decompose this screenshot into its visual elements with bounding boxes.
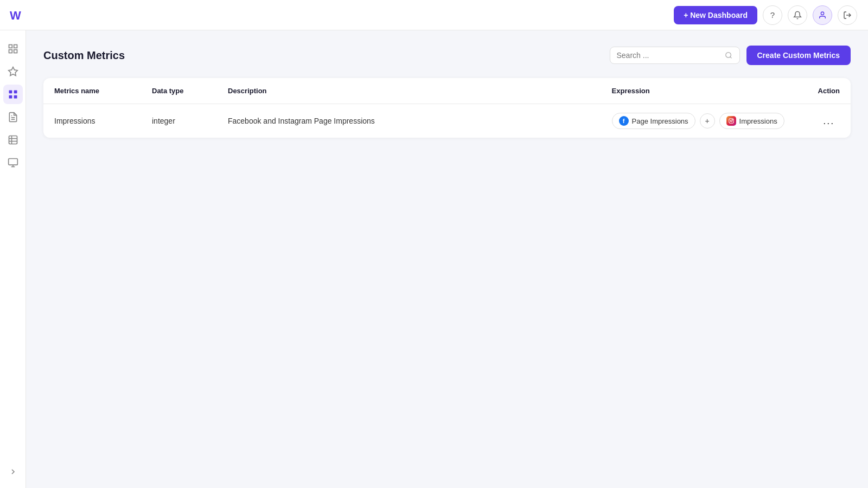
svg-rect-11 — [14, 95, 17, 99]
sidebar — [0, 30, 26, 488]
main-content: Custom Metrics Create Custom Metrics Met… — [26, 30, 868, 488]
expression-parts: f Page Impressions + — [612, 113, 796, 129]
cell-metrics-name: Impressions — [43, 104, 141, 138]
metrics-table: Metrics name Data type Description Expre… — [43, 78, 851, 138]
facebook-icon: f — [619, 116, 629, 126]
search-input[interactable] — [617, 51, 721, 60]
svg-rect-4 — [14, 45, 17, 48]
page-header: Custom Metrics Create Custom Metrics — [43, 46, 851, 65]
col-header-description: Description — [217, 78, 601, 104]
page-title: Custom Metrics — [43, 49, 125, 62]
operator-plus: + — [700, 113, 715, 129]
col-header-action: Action — [807, 78, 851, 104]
sidebar-item-tables[interactable] — [3, 130, 23, 150]
table-body: Impressions integer Facebook and Instagr… — [43, 104, 851, 138]
help-button[interactable]: ? — [763, 5, 782, 25]
logo[interactable]: W — [7, 5, 26, 25]
svg-rect-6 — [14, 50, 17, 53]
reports-icon — [8, 112, 18, 123]
sidebar-item-home[interactable] — [3, 39, 23, 59]
cell-expression: f Page Impressions + — [601, 104, 807, 138]
sidebar-item-reports[interactable] — [3, 107, 23, 127]
help-icon: ? — [770, 10, 775, 20]
facebook-label: Page Impressions — [632, 117, 688, 125]
table-row: Impressions integer Facebook and Instagr… — [43, 104, 851, 138]
tables-icon — [8, 134, 18, 145]
svg-rect-9 — [14, 91, 17, 94]
cell-action: ... — [807, 104, 851, 138]
sidebar-item-integrations[interactable] — [3, 62, 23, 81]
integrations-icon — [8, 66, 18, 77]
svg-rect-5 — [9, 50, 12, 53]
svg-rect-18 — [8, 159, 17, 165]
instagram-badge: Impressions — [719, 113, 784, 129]
search-box — [610, 47, 740, 64]
col-header-expression: Expression — [601, 78, 807, 104]
svg-rect-8 — [9, 91, 12, 94]
action-menu-button[interactable]: ... — [823, 115, 834, 126]
user-icon — [818, 11, 827, 20]
svg-text:W: W — [10, 9, 21, 22]
svg-point-25 — [732, 119, 732, 120]
sidebar-collapse-button[interactable] — [3, 462, 23, 481]
instagram-icon — [726, 116, 736, 126]
svg-point-24 — [730, 120, 732, 121]
cell-data-type: integer — [141, 104, 217, 138]
logout-icon — [843, 11, 852, 20]
col-header-data-type: Data type — [141, 78, 217, 104]
avatar-button[interactable] — [813, 5, 832, 25]
topnav-right: + New Dashboard ? — [674, 5, 857, 25]
logout-button[interactable] — [838, 5, 857, 25]
instagram-label: Impressions — [739, 117, 777, 125]
home-icon — [8, 43, 18, 54]
topnav: W + New Dashboard ? — [0, 0, 868, 30]
search-icon — [725, 51, 732, 60]
svg-rect-10 — [9, 95, 12, 99]
table-header: Metrics name Data type Description Expre… — [43, 78, 851, 104]
new-dashboard-button[interactable]: + New Dashboard — [674, 6, 757, 24]
create-custom-metrics-button[interactable]: Create Custom Metrics — [746, 46, 851, 65]
svg-point-1 — [821, 12, 824, 15]
sidebar-bottom — [3, 462, 23, 481]
metrics-table-container: Metrics name Data type Description Expre… — [43, 78, 851, 138]
media-icon — [8, 157, 18, 168]
topnav-left: W — [7, 5, 26, 25]
sidebar-item-media[interactable] — [3, 153, 23, 172]
svg-point-21 — [726, 53, 731, 58]
notification-button[interactable] — [788, 5, 807, 25]
chevron-right-icon — [9, 467, 17, 476]
svg-rect-14 — [9, 136, 17, 144]
sidebar-item-dashboard[interactable] — [3, 85, 23, 104]
svg-line-22 — [730, 57, 732, 59]
svg-marker-7 — [8, 67, 17, 76]
cell-description: Facebook and Instagram Page Impressions — [217, 104, 601, 138]
col-header-metrics-name: Metrics name — [43, 78, 141, 104]
bell-icon — [793, 11, 802, 20]
dashboard-icon — [8, 89, 18, 100]
facebook-badge: f Page Impressions — [612, 113, 695, 129]
page-header-actions: Create Custom Metrics — [610, 46, 851, 65]
svg-rect-3 — [9, 45, 12, 48]
